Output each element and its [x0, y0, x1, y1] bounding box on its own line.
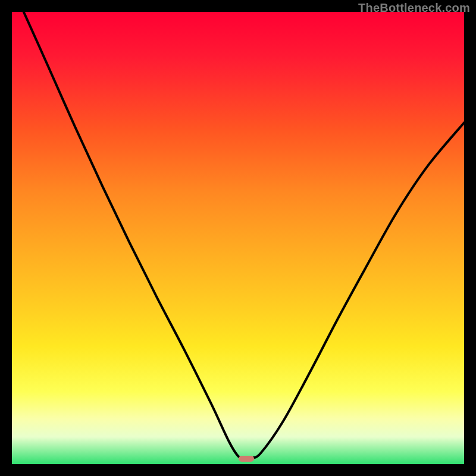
- minimum-marker: [239, 456, 254, 462]
- bottleneck-curve: [12, 12, 464, 464]
- chart-frame: TheBottleneck.com: [0, 0, 476, 476]
- watermark-text: TheBottleneck.com: [358, 1, 470, 15]
